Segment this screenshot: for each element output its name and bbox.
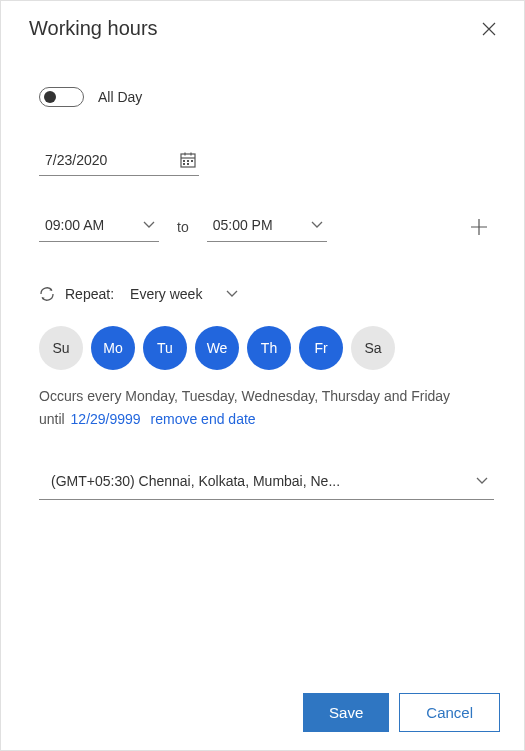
repeat-label: Repeat:	[65, 286, 114, 302]
start-time-value: 09:00 AM	[45, 217, 104, 233]
repeat-icon	[39, 286, 55, 302]
all-day-toggle[interactable]	[39, 87, 84, 107]
chevron-down-icon	[311, 221, 323, 229]
end-time-select[interactable]: 05:00 PM	[207, 213, 327, 242]
end-time-value: 05:00 PM	[213, 217, 273, 233]
timezone-value: (GMT+05:30) Chennai, Kolkata, Mumbai, Ne…	[51, 473, 340, 489]
day-label: Sa	[364, 340, 381, 356]
day-label: Su	[52, 340, 69, 356]
remove-end-date-link[interactable]: remove end date	[151, 411, 256, 427]
svg-rect-8	[187, 163, 189, 165]
until-label: until	[39, 411, 65, 427]
recurrence-description: Occurs every Monday, Tuesday, Wednesday,…	[39, 386, 494, 407]
day-toggle-th[interactable]: Th	[247, 326, 291, 370]
add-time-range-button[interactable]	[464, 212, 494, 242]
day-label: Tu	[157, 340, 173, 356]
day-toggle-mo[interactable]: Mo	[91, 326, 135, 370]
close-button[interactable]	[478, 18, 500, 40]
chevron-down-icon	[226, 290, 238, 298]
repeat-frequency-select[interactable]: Every week	[124, 282, 244, 306]
svg-rect-6	[191, 160, 193, 162]
to-label: to	[177, 219, 189, 235]
date-input[interactable]: 7/23/2020	[39, 147, 199, 176]
cancel-button[interactable]: Cancel	[399, 693, 500, 732]
until-date-link[interactable]: 12/29/9999	[71, 411, 141, 427]
day-label: We	[207, 340, 228, 356]
date-value: 7/23/2020	[45, 152, 107, 168]
day-label: Mo	[103, 340, 122, 356]
day-toggle-fr[interactable]: Fr	[299, 326, 343, 370]
day-toggle-tu[interactable]: Tu	[143, 326, 187, 370]
chevron-down-icon	[143, 221, 155, 229]
day-label: Fr	[314, 340, 327, 356]
day-toggle-we[interactable]: We	[195, 326, 239, 370]
chevron-down-icon	[476, 477, 488, 485]
repeat-frequency-value: Every week	[130, 286, 202, 302]
day-label: Th	[261, 340, 277, 356]
dialog-body: All Day 7/23/2020 09:00 AM	[1, 71, 524, 660]
calendar-icon[interactable]	[179, 151, 197, 169]
svg-rect-7	[183, 163, 185, 165]
svg-rect-5	[187, 160, 189, 162]
day-toggle-su[interactable]: Su	[39, 326, 83, 370]
dialog-title: Working hours	[29, 17, 158, 40]
timezone-select[interactable]: (GMT+05:30) Chennai, Kolkata, Mumbai, Ne…	[39, 467, 494, 500]
save-button[interactable]: Save	[303, 693, 389, 732]
start-time-select[interactable]: 09:00 AM	[39, 213, 159, 242]
svg-rect-4	[183, 160, 185, 162]
all-day-label: All Day	[98, 89, 142, 105]
day-toggle-sa[interactable]: Sa	[351, 326, 395, 370]
